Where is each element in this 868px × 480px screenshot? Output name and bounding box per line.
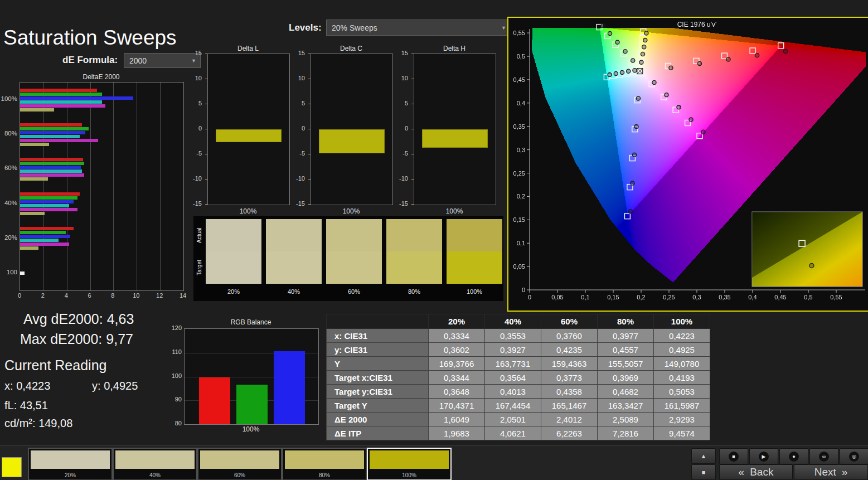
measured-marker	[641, 52, 644, 56]
y-tick-label: 100	[166, 372, 182, 379]
value-cell: 0,3773	[541, 371, 598, 385]
tick-mark	[205, 204, 207, 205]
x-tick-label: 8	[106, 292, 119, 299]
reading-x-value: 0,4223	[16, 380, 50, 392]
value-cell: 165,1467	[541, 399, 598, 413]
next-button[interactable]: Next»	[794, 464, 868, 480]
delta-bar	[216, 129, 282, 142]
deltae-bar	[20, 271, 25, 275]
actual-row-label: Actual	[195, 219, 203, 251]
y-tick-label: 0,05	[513, 263, 525, 270]
y-tick-label: 5	[288, 100, 305, 106]
bottom-bar: 20%40%60%80%100%▲■■▶●∞◎«BackNext»	[0, 445, 868, 480]
swatch-label: 20%	[206, 288, 261, 295]
chart-plot	[207, 54, 290, 205]
group-label: 100%	[0, 95, 17, 102]
x-tick-label: 0,55	[830, 294, 842, 300]
chart-title: Delta H	[414, 45, 495, 52]
thumbnail-swatch	[370, 450, 449, 469]
y-tick-label: 10	[391, 75, 408, 81]
value-cell: 2,0501	[485, 413, 541, 426]
target-marker	[624, 214, 630, 219]
delta-h-chart: Delta H151050-5-10-15100%	[391, 45, 495, 215]
y-tick-label: 0,25	[513, 170, 525, 177]
value-cell: 0,4925	[654, 343, 710, 357]
column-header: 60%	[541, 314, 598, 329]
x-tick-label: 12	[153, 292, 166, 299]
column-header: 40%	[485, 314, 541, 329]
patch-thumbnail-100%[interactable]: 100%	[367, 448, 452, 480]
value-cell: 169,3766	[429, 357, 485, 371]
measured-marker	[628, 210, 632, 214]
back-button[interactable]: «Back	[719, 464, 793, 480]
x-tick-label: 2	[36, 292, 50, 299]
x-tick-label: 4	[60, 292, 73, 299]
actual-swatch	[326, 219, 382, 251]
collapse-button[interactable]: ▲	[691, 448, 716, 464]
y-tick-label: -10	[391, 175, 408, 182]
deltae-bar	[20, 231, 66, 234]
patch-thumbnail-80%[interactable]: 80%	[282, 448, 367, 480]
de-formula-value: 2000	[129, 56, 147, 65]
x-tick-label: 0,5	[804, 294, 812, 300]
measured-marker	[633, 69, 637, 72]
patch-thumbnail-40%[interactable]: 40%	[113, 448, 197, 480]
swatch-label: 80%	[386, 288, 442, 295]
column-header: 100%	[654, 314, 710, 329]
loop-button[interactable]: ∞	[809, 448, 838, 464]
deltae-bar	[20, 196, 77, 200]
stop-large-button[interactable]: ■	[691, 464, 716, 480]
reading-fl-value: 43,51	[20, 399, 48, 411]
value-cell: 0,4013	[485, 385, 541, 399]
y-tick-label: 5	[185, 100, 202, 106]
tick-mark	[411, 154, 414, 154]
deltae-bar	[20, 239, 59, 242]
record-icon: ●	[789, 452, 799, 462]
y-tick-label: 80	[166, 420, 182, 426]
measured-marker	[620, 70, 624, 74]
patch-thumbnail-60%[interactable]: 60%	[197, 448, 282, 480]
actual-swatch	[206, 219, 261, 251]
max-de2000-value: 9,77	[106, 331, 133, 347]
value-cell: 161,5987	[654, 399, 710, 413]
tick-mark	[205, 54, 207, 54]
delta-l-chart: Delta L151050-5-10-15100%	[185, 45, 289, 215]
value-cell: 163,7731	[485, 357, 541, 371]
play-button[interactable]: ▶	[749, 448, 778, 464]
stop-button[interactable]: ■	[719, 448, 748, 464]
page-title: Saturation Sweeps	[3, 26, 177, 50]
reading-x-label: x:	[4, 380, 13, 392]
value-cell: 7,2816	[598, 426, 654, 440]
patch-thumbnail-20%[interactable]: 20%	[28, 448, 113, 480]
deltae-bar	[20, 96, 133, 100]
tick-mark	[205, 104, 207, 104]
cie-chart-panel: CIE 1976 u'v' 00,050,10,150,20,250,30,35…	[507, 17, 868, 312]
thumbnail-label: 100%	[368, 472, 450, 478]
y-tick-label: 0,55	[513, 30, 525, 36]
standby-button[interactable]: ◎	[840, 448, 868, 464]
deltae2000-plot	[20, 82, 184, 291]
table-row: Target Y170,4371167,4454165,1467163,3427…	[327, 399, 710, 413]
y-tick-label: 90	[166, 396, 182, 403]
record-button[interactable]: ●	[779, 448, 808, 464]
standby-icon: ◎	[849, 452, 859, 462]
measured-marker	[608, 73, 612, 77]
max-de2000-stat: Max dE2000: 9,77	[20, 331, 133, 347]
grid-line	[90, 83, 91, 290]
row-label: Target y:CIE31	[327, 385, 429, 399]
deltae-bar	[20, 104, 105, 108]
swatch-column: 80%	[386, 219, 442, 298]
thumbnail-label: 40%	[114, 472, 196, 478]
x-tick-label: 10	[129, 292, 143, 299]
value-cell: 1,9683	[429, 426, 485, 440]
thumbnail-label: 60%	[198, 472, 281, 478]
y-tick-label: -5	[288, 150, 305, 157]
levels-dropdown[interactable]: 20% Sweeps ▼	[326, 20, 511, 36]
y-tick-label: 10	[185, 75, 202, 81]
value-cell: 0,4235	[541, 343, 598, 357]
levels-value: 20% Sweeps	[332, 23, 377, 32]
reading-y-label: y:	[92, 380, 101, 392]
grid-line	[113, 83, 114, 290]
deltae-bar	[20, 200, 74, 203]
value-cell: 0,3760	[541, 329, 598, 343]
